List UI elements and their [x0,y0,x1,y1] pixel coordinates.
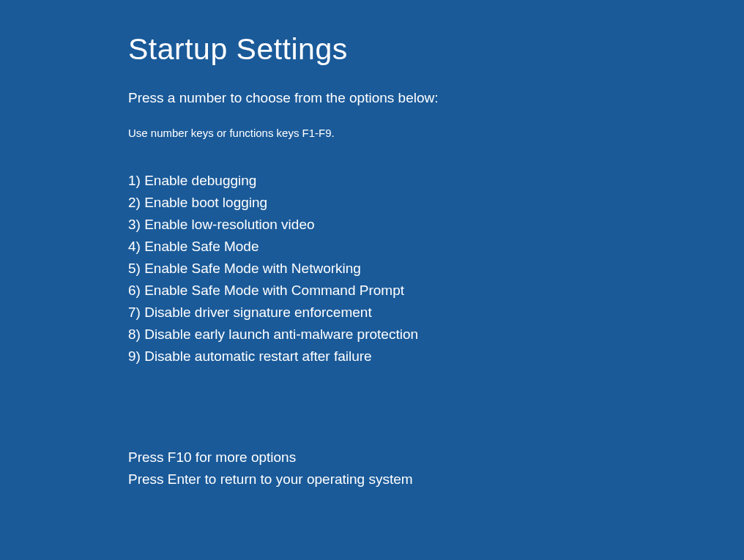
option-9[interactable]: 9) Disable automatic restart after failu… [128,346,744,367]
startup-settings-screen: Startup Settings Press a number to choos… [0,0,744,490]
option-5[interactable]: 5) Enable Safe Mode with Networking [128,258,744,280]
option-4[interactable]: 4) Enable Safe Mode [128,236,744,258]
option-8[interactable]: 8) Disable early launch anti-malware pro… [128,324,744,346]
page-title: Startup Settings [128,32,744,67]
option-7[interactable]: 7) Disable driver signature enforcement [128,302,744,324]
options-list: 1) Enable debugging 2) Enable boot loggi… [128,170,744,367]
return-hint: Press Enter to return to your operating … [128,468,744,490]
option-6[interactable]: 6) Enable Safe Mode with Command Prompt [128,280,744,302]
subtitle: Press a number to choose from the option… [128,90,744,106]
option-3[interactable]: 3) Enable low-resolution video [128,214,744,236]
more-options-hint: Press F10 for more options [128,447,744,468]
option-1[interactable]: 1) Enable debugging [128,170,744,192]
option-2[interactable]: 2) Enable boot logging [128,192,744,214]
key-hint: Use number keys or functions keys F1-F9. [128,127,744,139]
